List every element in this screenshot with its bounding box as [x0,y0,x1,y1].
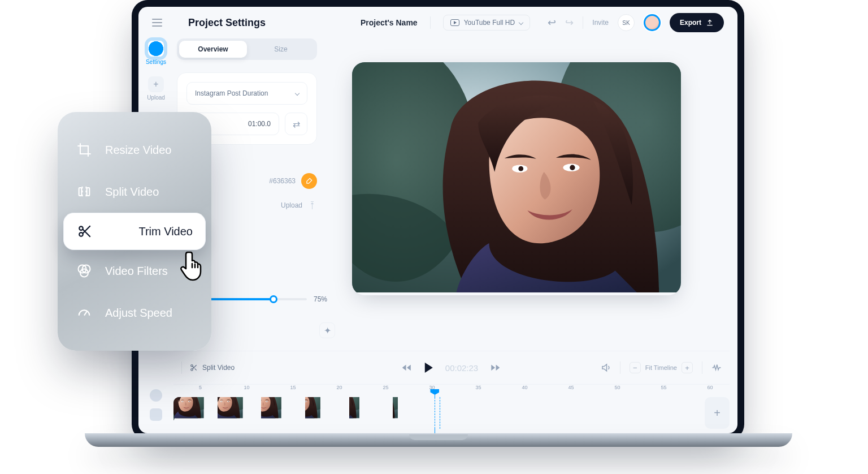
ruler-tick: 40 [522,385,528,390]
rail-settings[interactable]: Settings [146,41,166,65]
scissors-icon [76,224,93,239]
svg-point-8 [191,365,193,367]
menu-icon[interactable] [152,19,162,27]
color-row: #636363 [198,173,317,189]
rewind-button[interactable] [402,364,413,372]
eyedropper-button[interactable] [301,173,317,189]
timeline-thumb[interactable] [393,397,437,429]
split-video-button[interactable]: Split Video [190,364,235,372]
tab-size[interactable]: Size [247,41,315,58]
timeline-thumb[interactable] [656,397,700,429]
ruler-tick: 55 [661,385,667,390]
swap-button[interactable]: ⇄ [285,113,307,135]
redo-button[interactable]: ↪ [565,16,574,29]
project-name[interactable]: Project's Name [361,18,418,27]
chevron-down-icon [295,91,300,96]
tool-trim-label: Trim Video [138,225,193,238]
format-label: YouTube Full HD [464,19,515,27]
timeline-thumb[interactable] [568,397,613,429]
ruler-tick: 20 [337,385,342,390]
timeline-thumb[interactable] [173,397,218,429]
tool-split[interactable]: Split Video [58,171,211,213]
ruler-tick: 25 [383,385,389,390]
timeline-thumb[interactable] [481,397,525,429]
play-button[interactable] [425,363,433,373]
device-notch [409,434,468,440]
divider [430,16,431,29]
ruler-tick: 50 [615,385,620,390]
cloud-upload-icon: ⭱ [308,200,317,210]
topbar-right: ↩ ↪ Invite SK Export [548,13,724,32]
filters-icon [76,263,93,279]
export-label: Export [680,19,701,27]
crop-icon [76,142,93,158]
zoom-in-button[interactable]: + [682,362,693,373]
gauge-icon [76,305,93,321]
tool-trim[interactable]: Trim Video [63,213,206,250]
divider [620,361,620,374]
tool-speed[interactable]: Adjust Speed [58,292,211,334]
timeline-thumb[interactable] [613,397,657,429]
video-preview[interactable] [352,62,681,295]
device-frame: Project Settings Project's Name YouTube … [132,0,744,440]
clip-split-gap[interactable] [435,397,440,429]
timeline-thumb[interactable] [524,397,568,429]
waveform-icon[interactable] [711,364,722,372]
slider-thumb[interactable] [270,295,277,303]
help-icon[interactable] [150,389,162,402]
tab-overview[interactable]: Overview [179,41,247,58]
rail-upload-label: Upload [147,94,165,101]
add-clip-button[interactable]: + [705,397,730,429]
tool-resize[interactable]: Resize Video [58,129,211,171]
invite-button[interactable]: Invite [592,19,609,27]
chevron-down-icon [519,20,523,25]
zoom-out-button[interactable]: − [630,362,641,373]
format-select[interactable]: YouTube Full HD [443,15,531,31]
plus-icon: + [148,76,164,92]
forward-button[interactable] [491,364,501,372]
split-icon [76,184,93,200]
ruler-tick: 35 [476,385,481,390]
page-title: Project Settings [188,17,266,29]
collaborator-badge[interactable]: SK [618,14,635,31]
timeline[interactable]: 51015202530354045505560 + [173,385,730,428]
ruler-tick: 45 [568,385,574,390]
tools-popover: Resize Video Split Video Trim Video Vide… [58,112,211,351]
svg-rect-10 [79,188,82,196]
sparkle-button[interactable]: ✦ [319,322,335,338]
divider [702,361,702,374]
timeline-thumb[interactable] [261,397,305,429]
duration-value: 01:00.0 [248,120,271,128]
split-video-label: Split Video [202,364,235,372]
duration-preset-select[interactable]: Instagram Post Duration [186,82,307,105]
timeline-thumb[interactable] [218,397,262,429]
keyboard-icon[interactable] [150,408,162,421]
timeline-thumb[interactable] [305,397,349,429]
divider [181,361,182,374]
upload-row[interactable]: Upload ⭱ [198,200,317,210]
rail-upload[interactable]: + Upload [147,76,165,101]
user-avatar[interactable] [644,14,661,31]
scissors-icon [190,364,198,372]
timeline-ruler: 51015202530354045505560 [173,385,730,396]
undo-button[interactable]: ↩ [548,16,556,29]
timeline-thumb[interactable] [349,397,393,429]
svg-rect-11 [87,188,90,196]
svg-point-12 [79,226,83,230]
transport-controls: 00:02:23 [402,363,501,373]
tool-speed-label: Adjust Speed [105,307,172,320]
playhead-time: 00:02:23 [445,363,478,373]
ruler-tick: 60 [708,385,713,390]
upload-icon [706,19,714,27]
ruler-tick: 15 [290,385,296,390]
tool-filters[interactable]: Video Filters [58,250,211,292]
upload-label: Upload [281,201,302,209]
volume-icon[interactable] [601,363,611,373]
rail-settings-label: Settings [146,59,166,65]
timeline-thumb[interactable] [437,397,481,429]
fit-timeline: − Fit Timeline + [630,362,693,373]
preview-frame [352,62,681,292]
playbar-right: − Fit Timeline + [601,361,722,374]
tool-resize-label: Resize Video [105,144,171,157]
export-button[interactable]: Export [670,13,724,32]
